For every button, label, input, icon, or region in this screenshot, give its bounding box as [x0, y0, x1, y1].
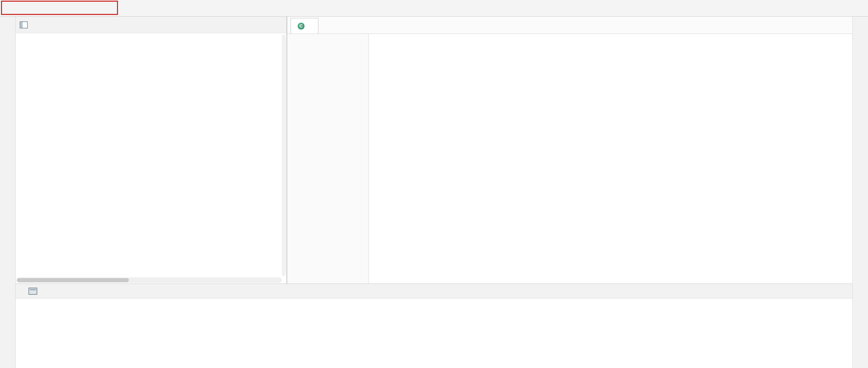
editor-gutter: [287, 34, 369, 284]
project-toolwindow-icon: [20, 21, 28, 28]
left-tool-stripe: [0, 17, 16, 368]
scrollbar-thumb[interactable]: [17, 278, 129, 282]
run-panel-body: [16, 298, 852, 368]
vertical-scrollbar[interactable]: [282, 34, 286, 276]
editor-tab-bar: [287, 17, 852, 34]
editor-tab-provider-user-application[interactable]: [291, 18, 318, 34]
gutter-separator: [369, 34, 369, 284]
breadcrumb: [0, 0, 868, 17]
editor-area: [287, 17, 852, 284]
project-tool-window: [16, 17, 287, 284]
red-annotation-box: [1, 1, 118, 15]
run-console[interactable]: [61, 298, 852, 368]
right-tool-stripe: [852, 17, 868, 368]
project-tree: [16, 33, 287, 275]
console-icon: [28, 288, 37, 295]
editor-body[interactable]: [287, 34, 852, 284]
project-panel-header: [16, 17, 287, 33]
run-tab-provider-user-application[interactable]: [25, 287, 44, 296]
run-tool-window: [16, 284, 852, 368]
run-toolbar: [16, 298, 61, 368]
class-icon: [297, 22, 305, 30]
run-panel-header: [16, 284, 852, 298]
horizontal-scrollbar[interactable]: [16, 277, 282, 283]
